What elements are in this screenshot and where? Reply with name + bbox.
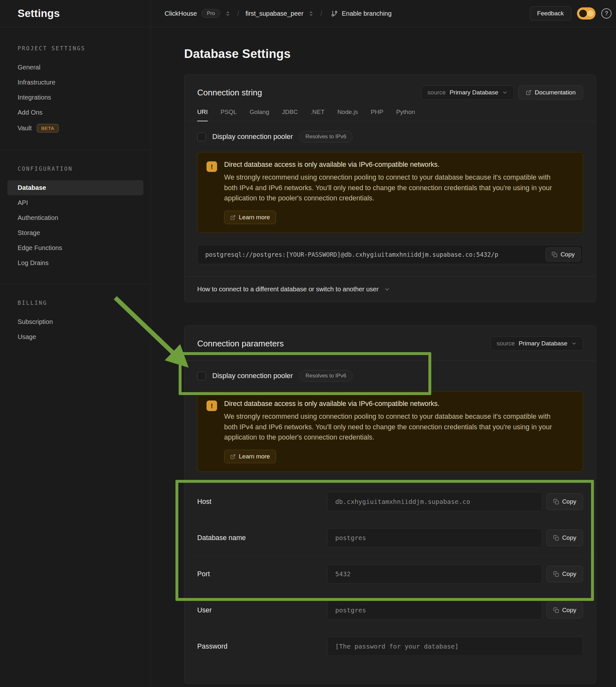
- learn-more-button[interactable]: Learn more: [224, 450, 276, 463]
- sidebar-item-usage[interactable]: Usage: [0, 329, 151, 345]
- ipv6-resolve-badge: Resolves to IPv6: [299, 370, 352, 382]
- topbar-right: Feedback ?: [530, 0, 616, 27]
- tab-golang[interactable]: Golang: [249, 109, 269, 121]
- param-label: Database name: [197, 534, 327, 542]
- user-value[interactable]: postgres: [327, 601, 542, 620]
- tab-uri[interactable]: URI: [197, 109, 208, 121]
- tab-psql[interactable]: PSQL: [221, 109, 237, 121]
- connection-uri-value[interactable]: postgresql://postgres:[YOUR-PASSWORD]@db…: [197, 245, 583, 264]
- port-value[interactable]: 5432: [327, 564, 542, 583]
- param-row-user: User postgres Copy: [184, 592, 596, 628]
- sidebar-item-label: Integrations: [18, 94, 51, 101]
- connection-string-tabs: URI PSQL Golang JDBC .NET Node.js PHP Py…: [184, 99, 596, 121]
- breadcrumb-separator: /: [237, 10, 239, 17]
- learn-more-label: Learn more: [239, 453, 270, 460]
- copy-label: Copy: [560, 251, 575, 258]
- connection-string-title: Connection string: [197, 88, 262, 98]
- alert-icon: !: [206, 161, 217, 172]
- notice-content: Direct database access is only available…: [224, 161, 555, 224]
- sidebar-item-label: Log Drains: [18, 259, 49, 267]
- sidebar-item-label: Edge Functions: [18, 244, 62, 252]
- source-select-prefix: source: [497, 340, 515, 347]
- sidebar-item-log-drains[interactable]: Log Drains: [0, 256, 151, 270]
- copy-database-name-button[interactable]: Copy: [547, 530, 583, 546]
- copy-label: Copy: [562, 607, 576, 614]
- tab-dotnet[interactable]: .NET: [311, 109, 324, 121]
- param-row-database-name: Database name postgres Copy: [184, 519, 596, 556]
- sidebar-item-label: Storage: [18, 229, 40, 237]
- sidebar-item-add-ons[interactable]: Add Ons: [0, 105, 151, 120]
- copy-icon: [553, 535, 559, 541]
- source-select[interactable]: source Primary Database: [421, 86, 514, 99]
- project-switcher-icon[interactable]: [308, 10, 314, 17]
- sidebar-item-database[interactable]: Database: [7, 180, 144, 195]
- source-select-value: Primary Database: [449, 89, 498, 96]
- param-value: 5432 Copy: [327, 564, 583, 583]
- sidebar-item-authentication[interactable]: Authentication: [0, 210, 151, 225]
- sidebar-item-subscription[interactable]: Subscription: [0, 314, 151, 329]
- sidebar-section-project-settings: PROJECT SETTINGS General Infrastructure …: [0, 45, 151, 150]
- enable-branching-label: Enable branching: [342, 10, 392, 17]
- breadcrumb-org[interactable]: ClickHouse: [164, 10, 197, 17]
- feedback-button[interactable]: Feedback: [530, 6, 571, 21]
- sidebar: PROJECT SETTINGS General Infrastructure …: [0, 27, 151, 687]
- copy-host-button[interactable]: Copy: [547, 493, 583, 510]
- documentation-button[interactable]: Documentation: [518, 86, 583, 99]
- account-avatar[interactable]: [577, 7, 595, 20]
- copy-user-button[interactable]: Copy: [547, 602, 583, 619]
- sidebar-item-api[interactable]: API: [0, 195, 151, 210]
- breadcrumb-project[interactable]: first_supabase_peer: [246, 10, 304, 17]
- learn-more-label: Learn more: [239, 214, 270, 221]
- param-row-port: Port 5432 Copy: [184, 556, 596, 592]
- param-value: postgres Copy: [327, 601, 583, 620]
- ipv6-resolve-badge: Resolves to IPv6: [299, 131, 352, 142]
- documentation-label: Documentation: [535, 89, 576, 96]
- sidebar-item-edge-functions[interactable]: Edge Functions: [0, 240, 151, 256]
- display-pooler-checkbox[interactable]: [197, 133, 206, 141]
- breadcrumb-separator: /: [321, 10, 323, 17]
- copy-port-button[interactable]: Copy: [547, 566, 583, 582]
- display-pooler-checkbox[interactable]: [197, 372, 206, 380]
- tab-php[interactable]: PHP: [371, 109, 383, 121]
- section-title: PROJECT SETTINGS: [0, 45, 151, 51]
- enable-branching-button[interactable]: Enable branching: [331, 10, 392, 17]
- help-icon[interactable]: ?: [601, 8, 612, 19]
- connection-parameters-card: Connection parameters source Primary Dat…: [184, 325, 596, 684]
- param-value: postgres Copy: [327, 528, 583, 548]
- source-select[interactable]: source Primary Database: [490, 336, 583, 351]
- beta-badge: BETA: [37, 124, 59, 133]
- connection-uri-row: postgresql://postgres:[YOUR-PASSWORD]@db…: [197, 245, 583, 264]
- connection-parameters-title: Connection parameters: [197, 339, 284, 349]
- tab-jdbc[interactable]: JDBC: [282, 109, 298, 121]
- tab-python[interactable]: Python: [396, 109, 415, 121]
- sidebar-item-general[interactable]: General: [0, 60, 151, 75]
- tab-nodejs[interactable]: Node.js: [337, 109, 358, 121]
- org-switcher-icon[interactable]: [225, 10, 231, 17]
- sidebar-item-integrations[interactable]: Integrations: [0, 90, 151, 105]
- connection-help-toggle[interactable]: How to connect to a different database o…: [184, 276, 596, 302]
- database-name-value[interactable]: postgres: [327, 528, 542, 548]
- copy-icon: [553, 499, 559, 505]
- settings-page: Settings ClickHouse Pro / first_supabase…: [0, 0, 616, 687]
- param-label: Port: [197, 570, 327, 578]
- host-value[interactable]: db.cxhygiuitamxhniiddjm.supabase.co: [327, 492, 542, 511]
- notice-body: We strongly recommend using connection p…: [224, 412, 555, 443]
- password-field[interactable]: [The password for your database]: [327, 637, 583, 656]
- sidebar-item-vault[interactable]: Vault BETA: [0, 120, 151, 136]
- sidebar-item-label: Database: [18, 184, 46, 192]
- sidebar-item-storage[interactable]: Storage: [0, 225, 151, 240]
- sidebar-item-infrastructure[interactable]: Infrastructure: [0, 75, 151, 90]
- layout: PROJECT SETTINGS General Infrastructure …: [0, 27, 616, 687]
- sidebar-item-label: Usage: [18, 333, 36, 340]
- param-label: User: [197, 606, 327, 614]
- settings-title: Settings: [18, 7, 60, 20]
- copy-icon: [553, 607, 559, 613]
- ipv6-notice: ! Direct database access is only availab…: [197, 152, 583, 233]
- header-controls: source Primary Database Documentation: [421, 86, 583, 99]
- copy-label: Copy: [562, 534, 576, 541]
- sidebar-item-label: API: [18, 199, 28, 206]
- learn-more-button[interactable]: Learn more: [224, 210, 276, 224]
- copy-uri-button[interactable]: Copy: [546, 247, 581, 262]
- external-link-icon: [230, 215, 236, 220]
- param-label: Host: [197, 498, 327, 506]
